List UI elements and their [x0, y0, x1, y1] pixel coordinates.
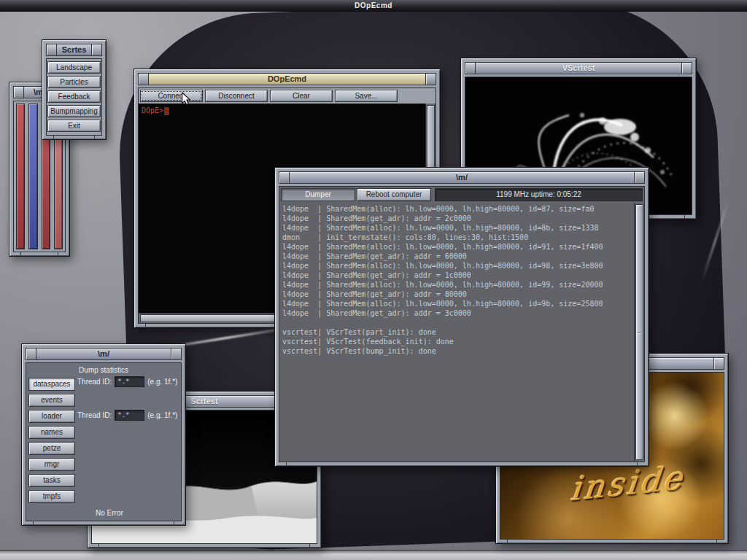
- stats-button-events[interactable]: events: [28, 394, 75, 407]
- terminal-prompt: DOpE>: [142, 106, 163, 114]
- window-resize-handle[interactable]: [279, 171, 290, 184]
- titlebar: VScrtest: [465, 62, 692, 74]
- stats-button-tmpfs[interactable]: tmpfs: [28, 490, 75, 503]
- log-line: l4dope | SharedMem(alloc): lh.low=0000, …: [282, 299, 631, 308]
- log-line: l4dope | SharedMem(alloc): lh.low=0000, …: [282, 242, 631, 252]
- thread-id-label: Thread ID:: [77, 378, 112, 386]
- menu-button-bumpmapping[interactable]: Bumpmapping: [47, 105, 101, 117]
- menu-button-exit[interactable]: Exit: [47, 120, 101, 132]
- stats-button-rmgr[interactable]: rmgr: [28, 458, 75, 471]
- window-resize-handle[interactable]: [634, 171, 645, 184]
- load-bar: [16, 104, 25, 249]
- clear-button[interactable]: Clear: [270, 90, 333, 102]
- log-line: l4dope | SharedMem(get_adr): addr = 2c00…: [282, 214, 631, 223]
- menu-button-particles[interactable]: Particles: [47, 76, 101, 88]
- log-line: l4dope | SharedMem(alloc): lh.low=0000, …: [282, 204, 631, 214]
- log-line: l4dope | SharedMem(alloc): lh.low=0000, …: [282, 280, 631, 289]
- frame-notch: [684, 215, 685, 219]
- log-line: l4dope | SharedMem(get_adr): addr = 6000…: [282, 252, 631, 261]
- thread-id-input[interactable]: *.*: [115, 410, 144, 421]
- titlebar: DOpEcmd: [138, 73, 436, 85]
- frame-notch: [507, 540, 508, 543]
- frame-notch: [33, 521, 34, 525]
- log-line: vscrtest| VScrTest(feedback_init): done: [282, 337, 631, 346]
- thread-id-hint: (e.g. 1f.*): [147, 411, 177, 419]
- frame-notch: [53, 136, 54, 139]
- stats-button-petze[interactable]: petze: [28, 442, 75, 455]
- stats-button-loader[interactable]: loader: [28, 410, 75, 423]
- window-title[interactable]: \m/: [290, 171, 634, 184]
- frame-notch: [174, 521, 174, 525]
- window-resize-handle[interactable]: [46, 44, 57, 56]
- window-resize-handle[interactable]: [138, 73, 149, 85]
- log-line: l4dope | SharedMem(get_adr): addr = 3c00…: [282, 308, 631, 318]
- window-title[interactable]: DOpEcmd: [149, 73, 425, 85]
- frame-notch: [637, 462, 638, 466]
- save-button[interactable]: Save...: [335, 90, 398, 102]
- thread-id-row: Thread ID: *.* (e.g. 1f.*): [77, 410, 177, 421]
- stats-heading: Dump statistics: [26, 363, 181, 374]
- window-resize-handle[interactable]: [713, 357, 724, 370]
- log-line: vscrtest| VScrTest(part_init): done: [282, 327, 631, 337]
- load-bar: [28, 104, 37, 249]
- log-line: l4dope | SharedMem(get_adr): addr = 8000…: [282, 289, 631, 299]
- mouse-cursor: [181, 92, 191, 106]
- log-line: l4dope | SharedMem(get_adr): addr = 1c00…: [282, 271, 631, 280]
- window-resize-handle[interactable]: [465, 62, 476, 74]
- window-resize-handle[interactable]: [13, 86, 24, 98]
- window-resize-handle[interactable]: [171, 348, 182, 360]
- titlebar: Scrtes: [46, 44, 102, 56]
- window-resize-handle[interactable]: [26, 348, 36, 360]
- vertical-scrollbar[interactable]: [634, 203, 644, 462]
- connect-button[interactable]: Connect: [140, 90, 203, 102]
- dumper-log: l4dope | SharedMem(alloc): lh.low=0000, …: [279, 203, 634, 462]
- titlebar: \m/: [279, 171, 645, 184]
- disconnect-button[interactable]: Disconnect: [205, 90, 268, 102]
- stats-content: Dump statistics dataspaces events loader…: [26, 362, 182, 521]
- desktop-bottom-strip: [0, 550, 747, 560]
- menu-button-landscape[interactable]: Landscape: [47, 61, 101, 74]
- dumper-main: l4dope | SharedMem(alloc): lh.low=0000, …: [279, 203, 644, 462]
- thread-id-label: Thread ID:: [77, 411, 112, 419]
- thread-id-input[interactable]: *.*: [115, 376, 144, 387]
- window-resize-handle[interactable]: [425, 73, 436, 85]
- frame-notch: [98, 544, 99, 548]
- window-resize-handle[interactable]: [681, 62, 692, 74]
- thread-id-hint: (e.g. 1f.*): [147, 378, 177, 386]
- frame-notch: [94, 136, 95, 139]
- stats-button-tasks[interactable]: tasks: [28, 474, 75, 487]
- log-line: [282, 318, 631, 327]
- window-dumper: \m/ Dumper Reboot computer 1199 MHz upti…: [274, 167, 649, 467]
- window-title[interactable]: Scrtes: [57, 44, 91, 56]
- window-resize-handle[interactable]: [91, 44, 102, 56]
- window-title[interactable]: VScrtest: [476, 62, 681, 74]
- reboot-computer-button[interactable]: Reboot computer: [357, 188, 431, 201]
- window-title[interactable]: \m/: [36, 348, 171, 360]
- window-scrtes-menu: Scrtes Landscape Particles Feedback Bump…: [42, 39, 107, 140]
- dumper-toolbar: Dumper Reboot computer 1199 MHz uptime: …: [279, 187, 644, 203]
- screen-title: DOpEcmd: [355, 1, 392, 9]
- terminal-cursor: [164, 107, 169, 115]
- frame-notch: [20, 252, 21, 256]
- frame-notch: [145, 324, 146, 327]
- log-line: l4dope | SharedMem(alloc): lh.low=0000, …: [282, 261, 631, 271]
- uptime-label: 1199 MHz uptime: 0:05:22: [435, 188, 643, 201]
- frame-notch: [58, 252, 58, 256]
- log-line: vscrtest| VScrTest(bump_init): done: [282, 346, 631, 356]
- frame-notch: [286, 462, 287, 466]
- titlebar: \m/: [26, 348, 182, 360]
- stats-button-dataspaces[interactable]: dataspaces: [28, 378, 75, 391]
- screen-title-bar: DOpEcmd: [0, 0, 747, 12]
- status-text: No Error: [96, 509, 123, 517]
- log-line: l4dope | SharedMem(alloc): lh.low=0000, …: [282, 223, 631, 233]
- menu-button-feedback[interactable]: Feedback: [47, 90, 101, 103]
- scrollbar-slider[interactable]: [635, 204, 643, 460]
- thread-id-row: Thread ID: *.* (e.g. 1f.*): [77, 376, 177, 387]
- frame-notch: [309, 544, 310, 548]
- stats-button-column: dataspaces events loader names petze rmg…: [28, 378, 75, 506]
- dumper-content: Dumper Reboot computer 1199 MHz uptime: …: [279, 186, 645, 462]
- stats-button-names[interactable]: names: [28, 426, 75, 439]
- window-dump-statistics: \m/ Dump statistics dataspaces events lo…: [21, 343, 186, 526]
- dumper-tab[interactable]: Dumper: [281, 188, 355, 201]
- log-line: dmon | init_termstate(): cols:80, lines:…: [282, 233, 631, 242]
